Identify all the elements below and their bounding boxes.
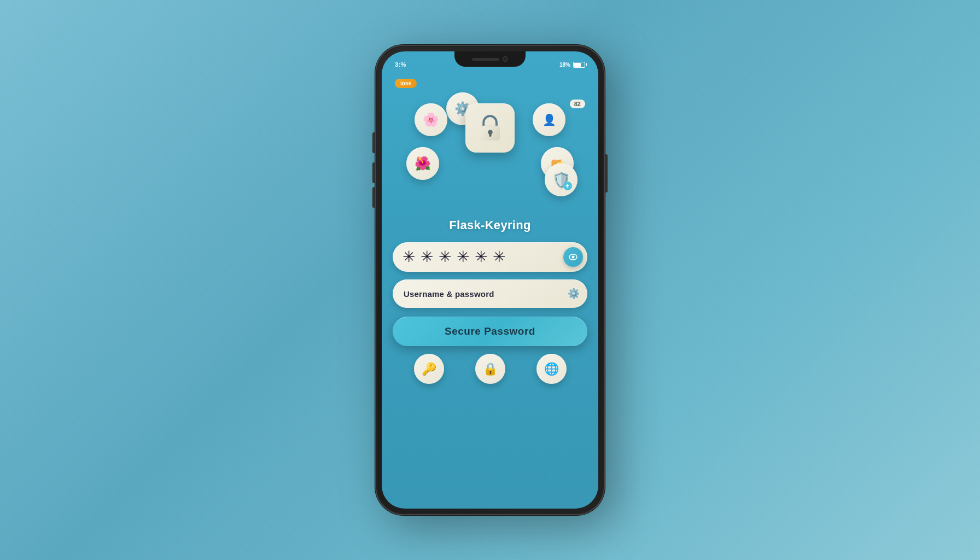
shield-badge: 🛡️ + [552, 171, 571, 189]
top-badge: ioss [395, 79, 417, 88]
secure-btn-label: Secure Password [445, 325, 535, 337]
screen-content: ioss 82 ⚙️ 🌸 👤 🌺 📂 [382, 73, 598, 509]
lock-icon-large [465, 103, 515, 153]
lock-svg [475, 113, 505, 143]
battery-fill [574, 63, 581, 67]
phone-frame: 3:% 18% ioss 82 ⚙️ 🌸 👤 [375, 45, 605, 515]
icon-user: 👤 [533, 103, 565, 136]
icon-shield: 🛡️ + [545, 164, 578, 196]
shield-plus: + [563, 182, 572, 190]
status-right: 18% [559, 62, 585, 68]
username-text: Username & password [404, 289, 494, 299]
secure-password-button[interactable]: Secure Password [393, 317, 587, 346]
username-field[interactable]: Username & password ⚙️ [393, 279, 587, 308]
battery-icon [573, 62, 585, 68]
svg-rect-3 [489, 133, 491, 137]
phone-notch [454, 51, 526, 67]
battery-percent: 18% [559, 62, 570, 68]
bottom-icons-row: 🔑 🔒 🌐 [393, 354, 587, 384]
speaker [472, 58, 499, 61]
bottom-icon-globe[interactable]: 🌐 [536, 354, 567, 384]
phone-screen: 3:% 18% ioss 82 ⚙️ 🌸 👤 [382, 51, 598, 509]
icon-flower-red: 🌺 [406, 147, 439, 180]
lock-center [465, 103, 515, 153]
icons-area: ⚙️ 🌸 👤 🌺 📂 [393, 92, 587, 267]
icon-flower-yellow: 🌸 [415, 103, 447, 136]
phone-wrapper: 3:% 18% ioss 82 ⚙️ 🌸 👤 [375, 45, 605, 515]
bottom-icon-key[interactable]: 🔑 [414, 354, 444, 384]
bottom-icon-lock[interactable]: 🔒 [475, 354, 505, 384]
settings-icon[interactable]: ⚙️ [568, 288, 580, 300]
status-left: 3:% [395, 61, 406, 68]
camera [503, 56, 508, 62]
